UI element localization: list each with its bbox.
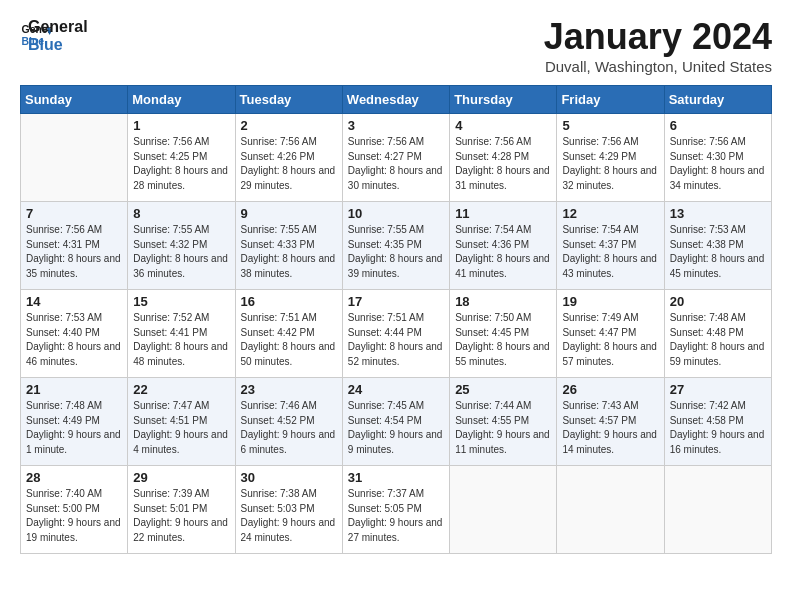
cell-info: Sunrise: 7:55 AMSunset: 4:35 PMDaylight:… [348,223,444,281]
month-title: January 2024 [544,16,772,58]
calendar-cell: 10Sunrise: 7:55 AMSunset: 4:35 PMDayligh… [342,202,449,290]
weekday-header: Wednesday [342,86,449,114]
calendar-week-row: 1Sunrise: 7:56 AMSunset: 4:25 PMDaylight… [21,114,772,202]
day-number: 14 [26,294,122,309]
day-number: 26 [562,382,658,397]
day-number: 22 [133,382,229,397]
day-number: 31 [348,470,444,485]
cell-info: Sunrise: 7:50 AMSunset: 4:45 PMDaylight:… [455,311,551,369]
cell-info: Sunrise: 7:56 AMSunset: 4:26 PMDaylight:… [241,135,337,193]
cell-info: Sunrise: 7:42 AMSunset: 4:58 PMDaylight:… [670,399,766,457]
cell-info: Sunrise: 7:55 AMSunset: 4:32 PMDaylight:… [133,223,229,281]
cell-info: Sunrise: 7:43 AMSunset: 4:57 PMDaylight:… [562,399,658,457]
calendar-week-row: 14Sunrise: 7:53 AMSunset: 4:40 PMDayligh… [21,290,772,378]
weekday-header: Thursday [450,86,557,114]
calendar-cell: 20Sunrise: 7:48 AMSunset: 4:48 PMDayligh… [664,290,771,378]
cell-info: Sunrise: 7:54 AMSunset: 4:36 PMDaylight:… [455,223,551,281]
cell-info: Sunrise: 7:44 AMSunset: 4:55 PMDaylight:… [455,399,551,457]
day-number: 29 [133,470,229,485]
logo-line1: General [28,18,88,36]
cell-info: Sunrise: 7:39 AMSunset: 5:01 PMDaylight:… [133,487,229,545]
calendar-cell: 2Sunrise: 7:56 AMSunset: 4:26 PMDaylight… [235,114,342,202]
day-number: 11 [455,206,551,221]
calendar-week-row: 7Sunrise: 7:56 AMSunset: 4:31 PMDaylight… [21,202,772,290]
weekday-header: Tuesday [235,86,342,114]
day-number: 16 [241,294,337,309]
day-number: 13 [670,206,766,221]
cell-info: Sunrise: 7:52 AMSunset: 4:41 PMDaylight:… [133,311,229,369]
day-number: 2 [241,118,337,133]
day-number: 9 [241,206,337,221]
calendar-cell: 15Sunrise: 7:52 AMSunset: 4:41 PMDayligh… [128,290,235,378]
cell-info: Sunrise: 7:46 AMSunset: 4:52 PMDaylight:… [241,399,337,457]
cell-info: Sunrise: 7:47 AMSunset: 4:51 PMDaylight:… [133,399,229,457]
calendar-cell: 4Sunrise: 7:56 AMSunset: 4:28 PMDaylight… [450,114,557,202]
calendar-cell: 6Sunrise: 7:56 AMSunset: 4:30 PMDaylight… [664,114,771,202]
weekday-header: Friday [557,86,664,114]
cell-info: Sunrise: 7:54 AMSunset: 4:37 PMDaylight:… [562,223,658,281]
day-number: 24 [348,382,444,397]
cell-info: Sunrise: 7:56 AMSunset: 4:30 PMDaylight:… [670,135,766,193]
day-number: 19 [562,294,658,309]
day-number: 18 [455,294,551,309]
weekday-header: Saturday [664,86,771,114]
calendar-cell: 7Sunrise: 7:56 AMSunset: 4:31 PMDaylight… [21,202,128,290]
calendar-cell: 18Sunrise: 7:50 AMSunset: 4:45 PMDayligh… [450,290,557,378]
title-area: January 2024 Duvall, Washington, United … [544,16,772,75]
calendar-cell: 24Sunrise: 7:45 AMSunset: 4:54 PMDayligh… [342,378,449,466]
calendar-cell: 14Sunrise: 7:53 AMSunset: 4:40 PMDayligh… [21,290,128,378]
day-number: 7 [26,206,122,221]
day-number: 10 [348,206,444,221]
cell-info: Sunrise: 7:56 AMSunset: 4:29 PMDaylight:… [562,135,658,193]
cell-info: Sunrise: 7:37 AMSunset: 5:05 PMDaylight:… [348,487,444,545]
day-number: 5 [562,118,658,133]
day-number: 3 [348,118,444,133]
calendar-cell: 1Sunrise: 7:56 AMSunset: 4:25 PMDaylight… [128,114,235,202]
weekday-header-row: SundayMondayTuesdayWednesdayThursdayFrid… [21,86,772,114]
calendar-cell: 11Sunrise: 7:54 AMSunset: 4:36 PMDayligh… [450,202,557,290]
day-number: 25 [455,382,551,397]
day-number: 4 [455,118,551,133]
day-number: 17 [348,294,444,309]
cell-info: Sunrise: 7:38 AMSunset: 5:03 PMDaylight:… [241,487,337,545]
calendar-cell [664,466,771,554]
cell-info: Sunrise: 7:51 AMSunset: 4:42 PMDaylight:… [241,311,337,369]
calendar-cell: 5Sunrise: 7:56 AMSunset: 4:29 PMDaylight… [557,114,664,202]
day-number: 23 [241,382,337,397]
day-number: 27 [670,382,766,397]
weekday-header: Sunday [21,86,128,114]
cell-info: Sunrise: 7:40 AMSunset: 5:00 PMDaylight:… [26,487,122,545]
calendar-cell: 25Sunrise: 7:44 AMSunset: 4:55 PMDayligh… [450,378,557,466]
cell-info: Sunrise: 7:56 AMSunset: 4:25 PMDaylight:… [133,135,229,193]
day-number: 20 [670,294,766,309]
calendar-cell: 12Sunrise: 7:54 AMSunset: 4:37 PMDayligh… [557,202,664,290]
day-number: 15 [133,294,229,309]
calendar-cell [450,466,557,554]
calendar-cell: 9Sunrise: 7:55 AMSunset: 4:33 PMDaylight… [235,202,342,290]
day-number: 6 [670,118,766,133]
day-number: 8 [133,206,229,221]
calendar-cell: 26Sunrise: 7:43 AMSunset: 4:57 PMDayligh… [557,378,664,466]
calendar-cell [21,114,128,202]
day-number: 21 [26,382,122,397]
cell-info: Sunrise: 7:53 AMSunset: 4:38 PMDaylight:… [670,223,766,281]
day-number: 12 [562,206,658,221]
day-number: 1 [133,118,229,133]
calendar-cell: 31Sunrise: 7:37 AMSunset: 5:05 PMDayligh… [342,466,449,554]
calendar-cell: 17Sunrise: 7:51 AMSunset: 4:44 PMDayligh… [342,290,449,378]
cell-info: Sunrise: 7:48 AMSunset: 4:49 PMDaylight:… [26,399,122,457]
calendar-cell: 13Sunrise: 7:53 AMSunset: 4:38 PMDayligh… [664,202,771,290]
day-number: 30 [241,470,337,485]
calendar-cell: 28Sunrise: 7:40 AMSunset: 5:00 PMDayligh… [21,466,128,554]
cell-info: Sunrise: 7:48 AMSunset: 4:48 PMDaylight:… [670,311,766,369]
calendar-cell [557,466,664,554]
calendar-cell: 22Sunrise: 7:47 AMSunset: 4:51 PMDayligh… [128,378,235,466]
calendar-cell: 16Sunrise: 7:51 AMSunset: 4:42 PMDayligh… [235,290,342,378]
calendar-table: SundayMondayTuesdayWednesdayThursdayFrid… [20,85,772,554]
cell-info: Sunrise: 7:53 AMSunset: 4:40 PMDaylight:… [26,311,122,369]
calendar-cell: 8Sunrise: 7:55 AMSunset: 4:32 PMDaylight… [128,202,235,290]
calendar-cell: 27Sunrise: 7:42 AMSunset: 4:58 PMDayligh… [664,378,771,466]
calendar-week-row: 28Sunrise: 7:40 AMSunset: 5:00 PMDayligh… [21,466,772,554]
cell-info: Sunrise: 7:49 AMSunset: 4:47 PMDaylight:… [562,311,658,369]
calendar-cell: 23Sunrise: 7:46 AMSunset: 4:52 PMDayligh… [235,378,342,466]
